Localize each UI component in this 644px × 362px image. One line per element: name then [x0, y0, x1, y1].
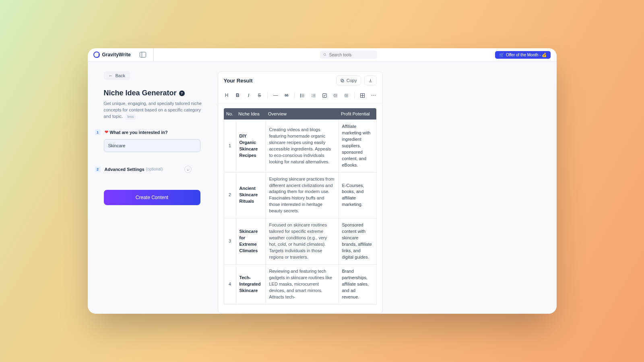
download-button[interactable]	[364, 76, 377, 85]
result-title: Your Result	[224, 78, 253, 84]
editor-toolbar: H B I S — 66 123 ⋯	[218, 89, 382, 103]
copy-icon	[340, 78, 345, 83]
italic-button[interactable]: I	[244, 91, 253, 100]
top-bar: GravityWrite 🛒 Offer of the Month - 💰	[88, 48, 557, 62]
search-input[interactable]	[329, 53, 374, 57]
step-2-badge: 2	[95, 167, 101, 172]
page-title-text: Niche Idea Generator	[104, 89, 177, 97]
hr-button[interactable]: —	[271, 91, 280, 100]
page-desc-text: Get unique, engaging, and specially tail…	[104, 101, 202, 119]
table-header-row: No. Niche Idea Overview Profit Potential	[224, 108, 376, 120]
svg-point-6	[301, 95, 301, 96]
step-1-text: What are you interested in?	[110, 130, 168, 135]
step-1-label: ❤ What are you interested in?	[105, 130, 168, 135]
outdent-button[interactable]	[331, 91, 340, 100]
result-actions: Copy	[336, 76, 377, 85]
checklist-button[interactable]	[320, 91, 329, 100]
svg-text:3: 3	[312, 96, 313, 98]
step-2-label: Advanced Settings (optional)	[105, 167, 163, 172]
result-table-wrap[interactable]: No. Niche Idea Overview Profit Potential…	[218, 103, 382, 313]
svg-point-0	[324, 53, 326, 56]
cell-idea: DIY Organic Skincare Recipes	[236, 120, 266, 173]
th-profit: Profit Potential	[339, 108, 376, 120]
table-row[interactable]: 4Tech-Integrated SkincareReviewing and f…	[224, 264, 376, 304]
page-title: Niche Idea Generator ?	[104, 89, 206, 97]
result-table: No. Niche Idea Overview Profit Potential…	[224, 108, 377, 304]
create-content-button[interactable]: Create Content	[104, 190, 200, 205]
table-row[interactable]: 1DIY Organic Skincare RecipesCreating vi…	[224, 120, 376, 173]
strike-button[interactable]: S	[255, 91, 264, 100]
bold-button[interactable]: B	[233, 91, 242, 100]
brand-logo[interactable]: GravityWrite	[93, 51, 131, 58]
step-2-row[interactable]: 2 Advanced Settings (optional) ⌄	[95, 166, 192, 173]
cell-overview: Exploring skincare practices from differ…	[266, 172, 339, 218]
th-no: No.	[224, 108, 236, 120]
cell-profit: Affiliate marketing with ingredient supp…	[339, 120, 376, 173]
step-2-text: Advanced Settings	[105, 167, 144, 172]
table-row[interactable]: 3Skincare for Extreme ClimatesFocused on…	[224, 218, 376, 265]
brand-text: GravityWrite	[102, 52, 131, 58]
result-header: Your Result Copy	[218, 72, 382, 89]
logo-icon	[93, 51, 100, 58]
divider	[153, 48, 154, 62]
th-idea: Niche Idea	[236, 108, 266, 120]
cell-profit: Sponsored content with skincare brands, …	[339, 218, 376, 265]
toolbar-divider	[294, 92, 295, 99]
svg-point-4	[301, 94, 301, 95]
page-description: Get unique, engaging, and specially tail…	[104, 101, 206, 120]
svg-rect-2	[341, 80, 344, 82]
less-toggle[interactable]: less	[125, 114, 136, 120]
interest-input[interactable]	[104, 139, 200, 152]
cell-overview: Focused on skincare routines tailored fo…	[266, 218, 339, 265]
step-1-row: 1 ❤ What are you interested in?	[95, 130, 206, 135]
svg-point-8	[301, 96, 301, 97]
cell-profit: Brand partnerships, affiliate sales, and…	[339, 264, 376, 304]
cell-profit: E-Courses, books, and affiliate marketin…	[339, 172, 376, 218]
quote-button[interactable]: 66	[282, 91, 291, 100]
chevron-down-icon[interactable]: ⌄	[184, 166, 192, 173]
search-input-wrap[interactable]	[320, 51, 377, 59]
arrow-left-icon: ←	[109, 73, 113, 78]
form-column: ← Back Niche Idea Generator ? Get unique…	[88, 71, 206, 314]
help-icon[interactable]: ?	[179, 90, 185, 96]
more-button[interactable]: ⋯	[369, 91, 378, 100]
toolbar-divider	[267, 92, 268, 99]
svg-rect-3	[341, 79, 343, 81]
cell-overview: Creating videos and blogs featuring home…	[266, 120, 339, 173]
indent-button[interactable]	[342, 91, 351, 100]
cell-no: 3	[224, 218, 236, 265]
offer-button[interactable]: 🛒 Offer of the Month - 💰	[495, 51, 551, 59]
heart-icon: ❤	[105, 130, 108, 135]
layout-toggle-icon[interactable]	[140, 52, 146, 58]
bullet-list-button[interactable]	[298, 91, 307, 100]
download-icon	[368, 78, 373, 83]
form-panel: ← Back Niche Idea Generator ? Get unique…	[104, 71, 206, 314]
cell-idea: Tech-Integrated Skincare	[236, 264, 266, 304]
toolbar-divider	[354, 92, 355, 99]
cell-no: 4	[224, 264, 236, 304]
svg-line-1	[325, 55, 326, 56]
table-button[interactable]	[358, 91, 367, 100]
cell-overview: Reviewing and featuring tech gadgets in …	[266, 264, 339, 304]
cell-idea: Ancient Skincare Rituals	[236, 172, 266, 218]
back-button[interactable]: ← Back	[104, 71, 130, 80]
optional-text: (optional)	[146, 167, 163, 171]
cell-no: 1	[224, 120, 236, 173]
th-overview: Overview	[266, 108, 339, 120]
heading-button[interactable]: H	[222, 91, 231, 100]
cart-icon: 🛒	[499, 53, 504, 57]
copy-label: Copy	[347, 78, 357, 83]
back-label: Back	[116, 73, 125, 78]
copy-button[interactable]: Copy	[336, 76, 361, 85]
numbered-list-button[interactable]: 123	[309, 91, 318, 100]
cell-idea: Skincare for Extreme Climates	[236, 218, 266, 265]
search-icon	[323, 53, 327, 57]
result-panel: Your Result Copy H B I S — 6	[218, 71, 383, 314]
app-window: GravityWrite 🛒 Offer of the Month - 💰 ← …	[88, 48, 557, 314]
table-row[interactable]: 2Ancient Skincare RitualsExploring skinc…	[224, 172, 376, 218]
offer-label: Offer of the Month - 💰	[506, 53, 547, 57]
cell-no: 2	[224, 172, 236, 218]
step-1-badge: 1	[95, 130, 101, 135]
main-body: ← Back Niche Idea Generator ? Get unique…	[88, 62, 557, 314]
